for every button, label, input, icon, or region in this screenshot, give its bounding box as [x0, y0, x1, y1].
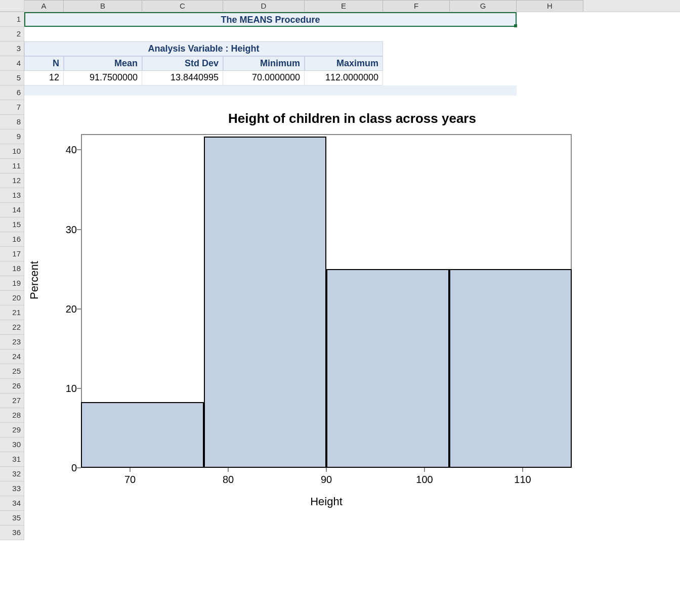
row-header-34[interactable]: 34 — [0, 496, 24, 511]
x-tick-label: 70 — [124, 474, 136, 486]
x-tick-label: 80 — [223, 474, 234, 486]
row-header-10[interactable]: 10 — [0, 144, 24, 159]
y-tick-mark — [77, 229, 81, 230]
y-tick-label: 0 — [50, 462, 77, 474]
analysis-header-text: Analysis Variable : Height — [148, 43, 259, 54]
col-header-B[interactable]: B — [64, 0, 142, 12]
row-header-35[interactable]: 35 — [0, 511, 24, 525]
y-tick-label: 30 — [50, 224, 77, 235]
col-header-F[interactable]: F — [383, 0, 450, 12]
row-header-7[interactable]: 7 — [0, 100, 24, 115]
stat-header-stddev[interactable]: Std Dev — [142, 56, 223, 71]
histogram-bar — [204, 137, 327, 468]
y-tick-mark — [77, 149, 81, 150]
stat-value-n[interactable]: 12 — [24, 71, 64, 85]
col-header-A[interactable]: A — [24, 0, 64, 12]
histogram-bar — [81, 402, 204, 468]
stat-header-n[interactable]: N — [24, 56, 64, 71]
row-header-19[interactable]: 19 — [0, 276, 24, 291]
row-header-27[interactable]: 27 — [0, 393, 24, 408]
y-tick-mark — [77, 467, 81, 468]
row6-empty-bg — [24, 85, 517, 96]
col-header-G[interactable]: G — [450, 0, 517, 12]
y-tick-label: 20 — [50, 303, 77, 315]
col-header-C[interactable]: C — [142, 0, 223, 12]
row-header-9[interactable]: 9 — [0, 129, 24, 144]
stats-value-row: 12 91.7500000 13.8440995 70.0000000 112.… — [24, 71, 383, 85]
row-header-5[interactable]: 5 — [0, 71, 24, 85]
row-header-4[interactable]: 4 — [0, 56, 24, 71]
stats-header-row: N Mean Std Dev Minimum Maximum — [24, 56, 383, 71]
row-header-29[interactable]: 29 — [0, 423, 24, 437]
stat-value-min[interactable]: 70.0000000 — [223, 71, 305, 85]
row-header-12[interactable]: 12 — [0, 173, 24, 188]
row-header-31[interactable]: 31 — [0, 452, 24, 467]
x-tick-label: 100 — [416, 474, 433, 486]
stat-header-mean[interactable]: Mean — [64, 56, 142, 71]
stat-header-min[interactable]: Minimum — [223, 56, 305, 71]
histogram-bar — [326, 269, 449, 468]
row-header-3[interactable]: 3 — [0, 41, 24, 56]
row-header-column: 1234567891011121314151617181920212223242… — [0, 12, 24, 540]
row-header-36[interactable]: 36 — [0, 525, 24, 540]
y-tick-mark — [77, 309, 81, 310]
title-text: The MEANS Procedure — [221, 15, 320, 25]
histogram-bar — [449, 269, 572, 468]
row-header-1[interactable]: 1 — [0, 12, 24, 27]
x-tick-mark — [326, 468, 327, 472]
corner-cell[interactable] — [0, 0, 24, 12]
title-cell[interactable]: The MEANS Procedure — [24, 12, 517, 27]
row-header-24[interactable]: 24 — [0, 349, 24, 364]
x-tick-mark — [522, 468, 523, 472]
y-tick-label: 40 — [50, 144, 77, 156]
col-header-D[interactable]: D — [223, 0, 305, 12]
row-header-21[interactable]: 21 — [0, 305, 24, 320]
x-tick-label: 90 — [321, 474, 332, 486]
y-tick-mark — [77, 388, 81, 389]
row-header-6[interactable]: 6 — [0, 85, 24, 100]
row-header-30[interactable]: 30 — [0, 437, 24, 452]
col-header-H[interactable]: H — [517, 0, 583, 12]
x-tick-mark — [228, 468, 229, 472]
stat-value-max[interactable]: 112.0000000 — [305, 71, 383, 85]
row-header-33[interactable]: 33 — [0, 481, 24, 496]
row-header-2[interactable]: 2 — [0, 27, 24, 41]
stat-header-max[interactable]: Maximum — [305, 56, 383, 71]
row-header-20[interactable]: 20 — [0, 291, 24, 305]
row-header-32[interactable]: 32 — [0, 467, 24, 481]
row-header-28[interactable]: 28 — [0, 408, 24, 423]
row-header-23[interactable]: 23 — [0, 335, 24, 349]
row-header-22[interactable]: 22 — [0, 320, 24, 335]
row-header-17[interactable]: 17 — [0, 247, 24, 261]
analysis-variable-header[interactable]: Analysis Variable : Height — [24, 41, 383, 56]
chart-title: Height of children in class across years — [24, 111, 680, 126]
row-header-25[interactable]: 25 — [0, 364, 24, 379]
x-tick-mark — [130, 468, 131, 472]
y-tick-label: 10 — [50, 382, 77, 394]
col-header-E[interactable]: E — [305, 0, 383, 12]
x-axis-label: Height — [81, 495, 572, 508]
row-header-15[interactable]: 15 — [0, 217, 24, 232]
chart-container: Height of children in class across years… — [24, 96, 680, 606]
row-header-13[interactable]: 13 — [0, 188, 24, 203]
sheet-area[interactable]: The MEANS Procedure Analysis Variable : … — [24, 12, 680, 616]
row-header-18[interactable]: 18 — [0, 261, 24, 276]
selection-handle[interactable] — [514, 24, 517, 27]
stat-value-stddev[interactable]: 13.8440995 — [142, 71, 223, 85]
row-header-11[interactable]: 11 — [0, 159, 24, 173]
row-header-26[interactable]: 26 — [0, 379, 24, 393]
column-header-row: A B C D E F G H — [0, 0, 680, 12]
x-tick-label: 110 — [514, 474, 531, 486]
stat-value-mean[interactable]: 91.7500000 — [64, 71, 142, 85]
x-tick-mark — [424, 468, 425, 472]
row-header-16[interactable]: 16 — [0, 232, 24, 247]
row-header-14[interactable]: 14 — [0, 203, 24, 217]
row-header-8[interactable]: 8 — [0, 115, 24, 129]
y-axis-label: Percent — [28, 261, 41, 299]
